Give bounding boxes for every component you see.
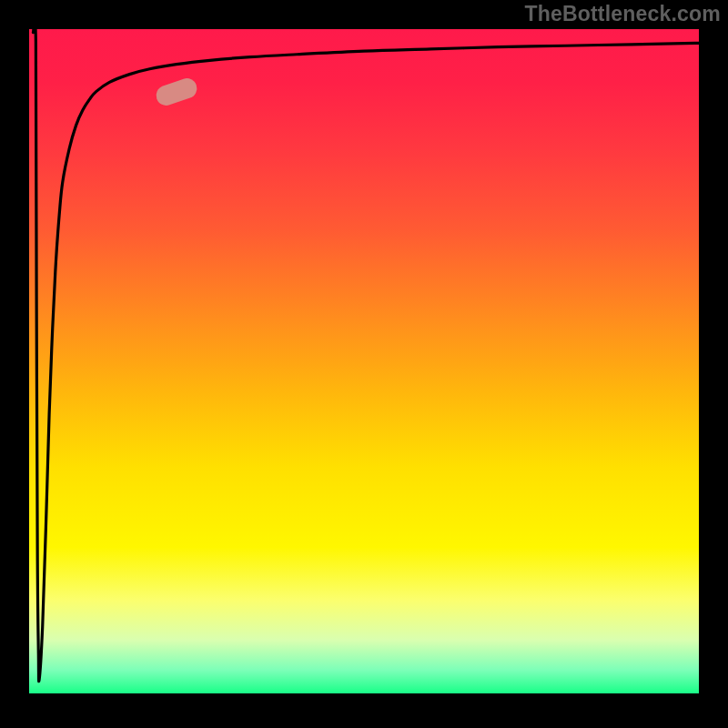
chart-root: TheBottleneck.com: [0, 0, 728, 728]
plot-background: [29, 29, 699, 693]
attribution-text: TheBottleneck.com: [524, 2, 721, 26]
chart-svg: [0, 0, 728, 728]
